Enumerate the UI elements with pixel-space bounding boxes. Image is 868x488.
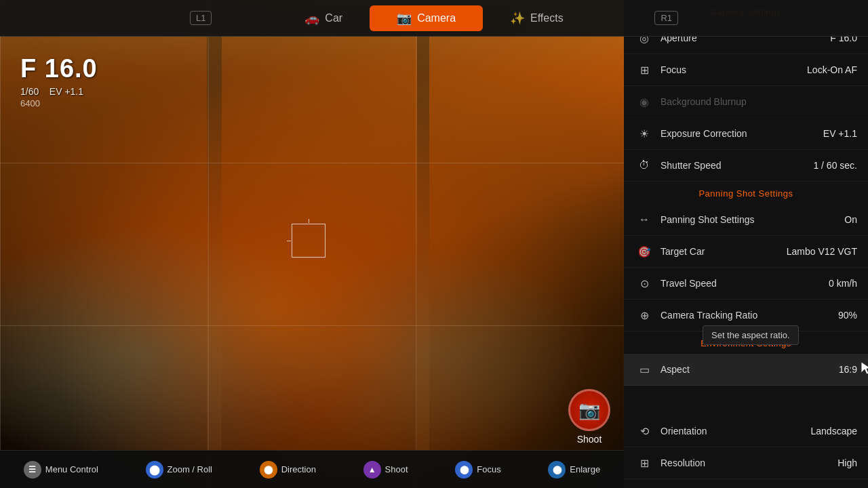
tab-camera[interactable]: 📷 Camera: [370, 5, 483, 31]
blur-label: Background Blurnup: [660, 96, 857, 107]
menu-control-label: Menu Control: [45, 464, 98, 474]
shoot-circle-icon: 📷: [568, 389, 610, 431]
tab-car-label: Car: [325, 12, 342, 24]
target-car-icon: 🎯: [635, 242, 654, 261]
panning-label: Panning Shot Settings: [660, 214, 844, 225]
menu-control-icon: ☰: [24, 461, 41, 479]
orientation-value: Landscape: [810, 426, 857, 436]
aspect-label: Aspect: [660, 364, 839, 375]
zoom-roll-action[interactable]: ⬤ Zoom / Roll: [146, 461, 212, 479]
panning-icon: ↔: [635, 210, 654, 229]
camera-shutter-icon: 📷: [578, 400, 600, 421]
l1-button[interactable]: L1: [190, 11, 212, 25]
target-car-value: Lambo V12 VGT: [787, 246, 857, 257]
tab-group: 🚗 Car 📷 Camera ✨ Effects: [277, 5, 590, 31]
panning-settings-header: Panning Shot Settings: [624, 182, 868, 204]
tooltip-text: Set the aspect ratio.: [703, 325, 799, 345]
settings-panel: Camera Settings ◎ Aperture F 16.0 ⊞ Focu…: [624, 0, 868, 488]
target-car-row[interactable]: 🎯 Target Car Lambo V12 VGT: [624, 236, 868, 268]
orientation-label: Orientation: [660, 426, 810, 436]
hud-iso: 6400: [20, 98, 98, 108]
shoot-action[interactable]: ▲ Shoot: [363, 461, 408, 479]
travel-speed-icon: ⊙: [635, 274, 654, 293]
orientation-icon: ⟲: [635, 422, 654, 441]
resolution-value: High: [837, 458, 857, 468]
focus-icon: ⬤: [455, 461, 473, 479]
exposure-row[interactable]: ☀ Exposure Correction EV +1.1: [624, 118, 868, 150]
background-blur-row: ◉ Background Blurnup: [624, 86, 868, 118]
focus-setting-icon: ⊞: [635, 60, 654, 79]
tab-car[interactable]: 🚗 Car: [277, 5, 370, 31]
hud-shutter-ev: 1/60 EV +1.1: [20, 86, 98, 97]
tab-camera-label: Camera: [417, 12, 456, 24]
travel-speed-label: Travel Speed: [660, 278, 829, 289]
zoom-roll-icon: ⬤: [146, 461, 163, 479]
orientation-row[interactable]: ⟲ Orientation Landscape: [624, 415, 868, 447]
tooltip-container: Set the aspect ratio.: [635, 319, 857, 345]
focus-setting-value: Lock-On AF: [807, 64, 857, 75]
shoot-action-label: Shoot: [385, 464, 408, 474]
shoot-button[interactable]: 📷 Shoot: [568, 389, 610, 445]
enlarge-action[interactable]: ⬤ Enlarge: [548, 461, 600, 479]
direction-label: Direction: [281, 464, 316, 474]
direction-action[interactable]: ⬤ Direction: [260, 461, 316, 479]
travel-speed-value: 0 km/h: [829, 278, 857, 289]
resolution-icon: ⊞: [635, 453, 654, 472]
resolution-row[interactable]: ⊞ Resolution High: [624, 447, 868, 479]
blur-icon: ◉: [635, 92, 654, 111]
shutter-row[interactable]: ⏱ Shutter Speed 1 / 60 sec.: [624, 150, 868, 182]
camera-icon: 📷: [397, 11, 412, 26]
panning-row[interactable]: ↔ Panning Shot Settings On: [624, 204, 868, 236]
grid-row[interactable]: ⊞ Grid On: [624, 479, 868, 488]
menu-control-action[interactable]: ☰ Menu Control: [24, 461, 98, 479]
car-icon: 🚗: [304, 11, 319, 26]
shoot-button-label: Shoot: [577, 434, 602, 445]
grid-icon: ⊞: [635, 485, 654, 488]
aspect-icon: ▭: [635, 360, 654, 379]
travel-speed-row[interactable]: ⊙ Travel Speed 0 km/h: [624, 268, 868, 300]
shoot-action-icon: ▲: [363, 461, 381, 479]
focus-reticle: [292, 224, 326, 258]
focus-action[interactable]: ⬤ Focus: [455, 461, 500, 479]
tab-effects[interactable]: ✨ Effects: [483, 5, 591, 31]
panning-value: On: [844, 214, 857, 225]
top-navigation: L1 🚗 Car 📷 Camera ✨ Effects R1: [0, 0, 868, 37]
shutter-icon: ⏱: [635, 156, 654, 175]
svg-marker-0: [861, 362, 868, 374]
exposure-label: Exposure Correction: [660, 128, 823, 139]
cursor-indicator: [860, 361, 868, 378]
hud-shutter: 1/60: [20, 86, 39, 97]
hud-ev: EV +1.1: [50, 86, 83, 97]
shutter-value: 1 / 60 sec.: [813, 160, 857, 171]
exposure-value: EV +1.1: [823, 128, 857, 139]
direction-icon: ⬤: [260, 461, 277, 479]
enlarge-label: Enlarge: [570, 464, 600, 474]
bottom-action-bar: ☰ Menu Control ⬤ Zoom / Roll ⬤ Direction…: [0, 450, 624, 488]
target-car-label: Target Car: [660, 246, 787, 257]
aspect-row[interactable]: ▭ Aspect 16:9: [624, 354, 868, 386]
hud-display: F 16.0 1/60 EV +1.1 6400: [20, 54, 98, 108]
enlarge-icon: ⬤: [548, 461, 566, 479]
focus-label: Focus: [477, 464, 500, 474]
focus-setting-label: Focus: [660, 64, 807, 75]
resolution-label: Resolution: [660, 458, 837, 468]
hud-aperture: F 16.0: [20, 54, 98, 83]
focus-row[interactable]: ⊞ Focus Lock-On AF: [624, 54, 868, 86]
tab-effects-label: Effects: [530, 12, 564, 24]
exposure-icon: ☀: [635, 124, 654, 143]
aspect-value: 16:9: [839, 364, 857, 375]
effects-icon: ✨: [510, 11, 525, 26]
camera-viewport: F 16.0 1/60 EV +1.1 6400: [0, 0, 624, 488]
zoom-roll-label: Zoom / Roll: [167, 464, 212, 474]
shutter-label: Shutter Speed: [660, 160, 813, 171]
r1-button[interactable]: R1: [654, 11, 678, 25]
